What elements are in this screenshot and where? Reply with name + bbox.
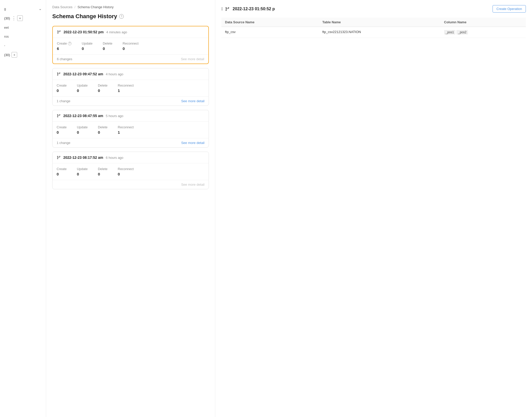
stat-reconnect: Reconnect 0 [118,167,134,176]
left-panel: Data Sources / Schema Change History Sch… [46,0,215,417]
history-card-card4[interactable]: 2022-12-23 08:17:52 am 6 hours ago Creat… [52,152,209,189]
svg-point-11 [59,156,60,157]
stat-reconnect-label: Reconnect [118,125,134,129]
git-branch-icon-right [225,7,230,11]
sidebar: g ⌄ (30) ⋮ + eet ros - (30) + [0,0,46,417]
card-footer: See more detail [53,180,209,189]
stat-create-label: Create [57,125,67,129]
stat-create-value: 0 [57,130,59,134]
card-stats: Create 0 Update 0 Delete 0 Reconnect 1 [53,80,209,97]
stat-create-label: Create [57,84,67,87]
table-body: ftp_csv ftp_csv22121323.NATION _pos1_pos… [221,27,526,38]
git-branch-icon [57,30,61,34]
stat-delete-label: Delete [98,125,108,129]
card-header: 2022-12-23 08:47:55 am 5 hours ago [53,110,209,122]
card-stats: Create 0 Update 0 Delete 0 Reconnect 0 [53,163,209,180]
stat-update-label: Update [77,84,88,87]
card-header: 2022-12-23 08:17:52 am 6 hours ago [53,152,209,163]
branch-icon-right:  [221,7,223,11]
svg-point-1 [57,33,58,33]
stat-create: Create 0 [57,84,67,93]
changes-count: 1 change [57,141,177,145]
stat-delete-label: Delete [98,167,108,171]
data-table: Data Source Name Table Name Column Name … [221,18,526,38]
col-header-data-source: Data Source Name [221,18,319,27]
card-timestamp: 2022-12-23 08:17:52 am [63,155,103,160]
card-timestamp: 2022-12-23 08:47:55 am [63,114,103,118]
more-options-icon[interactable]: ⋮ [12,15,16,21]
sidebar-item-g[interactable]: g ⌄ [0,4,46,13]
stat-create: Create 0 [57,167,67,176]
stat-update: Update 0 [77,125,88,134]
stat-create-label: Create? [57,41,71,45]
card-relative-time: 4 hours ago [106,72,124,76]
stat-update: Update 0 [77,84,88,93]
card-header: 2022-12-23 01:50:52 pm 4 minutes ago [53,26,208,38]
stat-reconnect-value: 0 [118,172,120,176]
history-card-card1[interactable]: 2022-12-23 01:50:52 pm 4 minutes ago Cre… [52,26,209,64]
svg-point-12 [226,7,227,8]
stat-delete: Delete 0 [98,167,108,176]
stat-create-value: 0 [57,172,59,176]
column-tag: _pos2 [456,30,468,35]
stat-delete-value: 0 [98,88,100,93]
history-card-card2[interactable]: 2022-12-23 09:47:52 am 4 hours ago Creat… [52,68,209,106]
stat-reconnect-value: 1 [118,130,120,134]
svg-point-3 [57,72,58,73]
breadcrumb-parent[interactable]: Data Sources [52,5,73,9]
stat-delete-value: 0 [98,130,100,134]
stat-update: Update 0 [77,167,88,176]
stat-reconnect-label: Reconnect [118,84,134,87]
stat-reconnect: Reconnect 1 [118,84,134,93]
sidebar-item-dash-label: - [4,44,5,47]
stat-delete-value: 0 [103,46,105,51]
see-more-detail-disabled: See more detail [181,183,204,186]
add-item-button-2[interactable]: + [12,52,17,58]
cell-data-source: ftp_csv [221,27,319,38]
history-cards-container: 2022-12-23 01:50:52 pm 4 minutes ago Cre… [52,26,209,189]
add-item-button[interactable]: + [17,15,23,21]
page-title: Schema Change History ? [52,13,209,20]
col-header-table-name: Table Name [319,18,441,27]
svg-point-4 [57,75,58,75]
stat-update-label: Update [82,41,93,45]
see-more-detail-link[interactable]: See more detail [181,99,204,103]
create-operation-button[interactable]: Create Operation [493,5,526,13]
svg-point-8 [59,114,60,115]
stat-create-label: Create [57,167,67,171]
svg-point-10 [57,158,58,159]
col-header-column-name: Column Name [441,18,526,27]
stat-update-value: 0 [77,172,79,176]
stat-delete: Delete 0 [98,84,108,93]
stat-reconnect: Reconnect 0 [123,41,139,51]
sidebar-item-g-label: g [4,7,6,11]
svg-point-2 [59,30,60,31]
help-icon[interactable]: ? [119,14,124,19]
svg-point-7 [57,116,58,117]
stat-create-help-icon[interactable]: ? [68,42,71,45]
see-more-detail-disabled: See more detail [181,57,204,61]
sidebar-item-dash[interactable]: - [0,41,46,50]
column-tag: _pos1 [444,30,456,35]
stat-update-value: 0 [82,46,84,51]
see-more-detail-link[interactable]: See more detail [181,141,204,145]
right-panel-header:  2022-12-23 01:50:52 p Create Operation [221,5,526,13]
stat-delete-label: Delete [103,41,112,45]
svg-point-13 [226,9,227,11]
stat-reconnect-label: Reconnect [118,167,134,171]
sidebar-section-30-2: (30) + [0,50,46,60]
stat-reconnect-value: 0 [123,46,125,51]
sidebar-item-ros[interactable]: ros [0,32,46,41]
changes-count: 1 change [57,99,177,103]
stat-delete: Delete 0 [98,125,108,134]
stat-delete: Delete 0 [103,41,112,51]
table-row: ftp_csv ftp_csv22121323.NATION _pos1_pos… [221,27,526,38]
svg-point-5 [59,72,60,73]
card-stats: Create 0 Update 0 Delete 0 Reconnect 1 [53,122,209,138]
history-card-card3[interactable]: 2022-12-23 08:47:55 am 5 hours ago Creat… [52,110,209,148]
stat-update-value: 0 [77,88,79,93]
stat-create-value: 0 [57,88,59,93]
card-timestamp: 2022-12-23 09:47:52 am [63,72,103,76]
sidebar-item-eet[interactable]: eet [0,23,46,32]
card-footer: 6 changes See more detail [53,55,208,64]
